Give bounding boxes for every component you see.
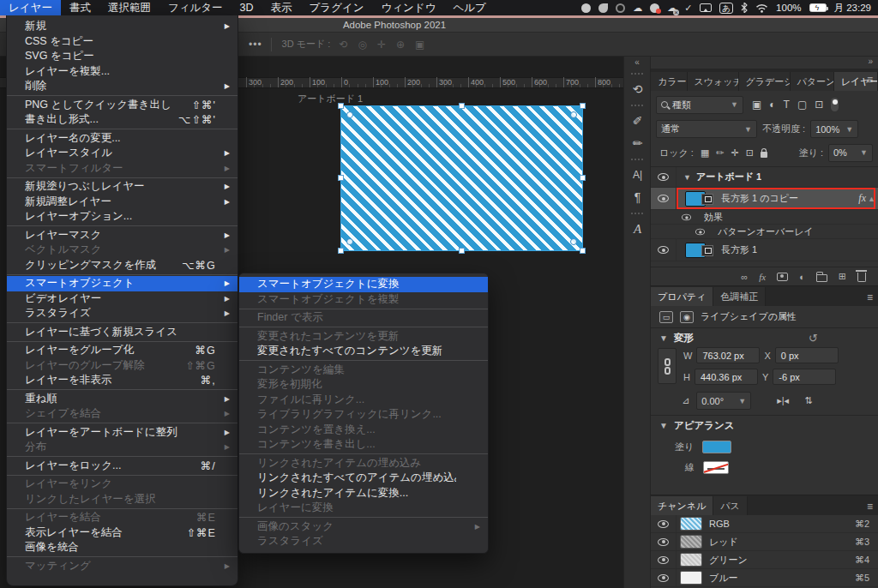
corner-radius-widget[interactable] xyxy=(346,238,353,245)
layer-row[interactable]: ▼ アートボード 1 ▲ xyxy=(651,167,878,188)
menu-item[interactable]: 画像を統合 ▶ xyxy=(7,540,238,555)
channel-row[interactable]: RGB ⌘2 xyxy=(651,515,878,533)
artboard-label[interactable]: アートボード 1 xyxy=(298,93,363,105)
wifi-icon[interactable] xyxy=(755,3,768,13)
menu-item[interactable]: PNG としてクイック書き出し ⇧⌘' ▶ xyxy=(7,98,238,113)
menu-item[interactable]: シェイプを結合 ▶ xyxy=(7,406,238,422)
chevron-down-icon[interactable]: ▼ xyxy=(683,173,691,182)
paragraph-panel-icon[interactable]: ¶ xyxy=(624,186,651,208)
fill-input[interactable]: 0% ▼ xyxy=(828,144,873,162)
layer-style-fx-icon[interactable]: fx xyxy=(759,272,766,282)
channel-row[interactable]: ブルー ⌘5 xyxy=(651,569,878,587)
corner-radius-widget[interactable] xyxy=(346,111,353,118)
collapse-panels-icon[interactable]: » xyxy=(868,57,873,66)
panel-tab[interactable]: 色調補正 xyxy=(713,287,766,306)
height-input[interactable]: 440.36 px xyxy=(695,369,758,385)
panel-tab[interactable]: パス xyxy=(713,496,748,515)
menubar-item[interactable]: 選択範囲 xyxy=(99,0,159,15)
menu-item[interactable]: レイヤーをグループ化 ⌘G ▶ xyxy=(7,343,238,358)
channel-row[interactable]: グリーン ⌘4 xyxy=(651,551,878,569)
filter-adjustment-layers-icon[interactable]: ◐ xyxy=(769,99,775,111)
menubar-item[interactable]: フィルター xyxy=(159,0,232,15)
menu-item[interactable]: ▶ xyxy=(7,556,238,557)
new-layer-icon[interactable]: ⊞ xyxy=(839,271,846,282)
selection-handle[interactable] xyxy=(580,175,586,181)
menu-item[interactable]: クリッピングマスクを作成 ⌥⌘G ▶ xyxy=(7,258,238,273)
menu-item[interactable]: ▶ xyxy=(7,129,238,129)
selection-handle[interactable] xyxy=(459,103,465,109)
menu-item[interactable]: レイヤーを結合 ⌘E ▶ xyxy=(7,510,238,525)
menu-item[interactable]: ▶ xyxy=(239,309,488,309)
opacity-input[interactable]: 100% ▼ xyxy=(810,120,858,138)
dock-grip[interactable] xyxy=(631,159,643,160)
menu-item[interactable]: レイヤーのグループ解除 ⇧⌘G ▶ xyxy=(7,358,238,374)
filter-smart-objects-icon[interactable]: ⊡ xyxy=(815,99,823,111)
evernote-icon[interactable] xyxy=(581,3,591,13)
bluetooth-icon[interactable] xyxy=(741,3,748,13)
layer-thumbnail[interactable] xyxy=(685,243,706,258)
menu-item[interactable]: ファイルに再リンク... ▶ xyxy=(239,393,488,408)
layer-row[interactable]: ▼ 長方形 1 ▲ xyxy=(651,239,878,261)
menu-item[interactable]: ▶ xyxy=(7,456,238,457)
menu-item[interactable]: ビデオレイヤー ▶ xyxy=(7,291,238,307)
dock-grip[interactable] xyxy=(631,105,643,106)
channel-row[interactable]: レッド ⌘3 xyxy=(651,533,878,551)
menu-item[interactable]: ▶ xyxy=(7,341,238,342)
menubar-item[interactable]: 書式 xyxy=(61,0,99,15)
flip-vertical-icon[interactable]: ⇅ xyxy=(804,395,812,406)
visibility-eye-icon[interactable] xyxy=(658,173,669,181)
selection-handle[interactable] xyxy=(338,103,344,109)
menu-item[interactable]: 書き出し形式... ⌥⇧⌘' ▶ xyxy=(7,112,238,128)
visibility-eye-icon[interactable] xyxy=(658,195,669,202)
menubar-item[interactable]: レイヤー xyxy=(0,0,61,15)
lock-position-icon[interactable]: ✛ xyxy=(731,147,739,159)
cloud-error-icon[interactable]: ☁× xyxy=(667,3,677,14)
menu-item[interactable]: CSS をコピー ▶ xyxy=(7,34,238,50)
lock-transparent-pixels-icon[interactable]: ▦ xyxy=(701,147,709,159)
roll-3d-icon[interactable]: ◎ xyxy=(358,39,366,51)
layer-row[interactable]: ▼ パターンオーバーレイ ▲ xyxy=(651,225,878,239)
corner-radius-widget[interactable] xyxy=(570,238,577,245)
menu-item[interactable]: 分布 ▶ xyxy=(7,440,238,455)
glyphs-panel-icon[interactable]: A xyxy=(624,218,651,240)
menu-item[interactable]: レイヤーに変換 ▶ xyxy=(239,501,488,516)
cloud-upload-icon[interactable]: ☁ xyxy=(633,3,642,14)
menu-item[interactable]: レイヤー名の変更... ▶ xyxy=(7,131,238,147)
width-input[interactable]: 763.02 px xyxy=(696,347,760,363)
link-dimensions-icon[interactable] xyxy=(658,348,677,384)
menu-item[interactable]: ライブラリグラフィックに再リンク... ▶ xyxy=(239,407,488,423)
new-adjustment-layer-icon[interactable]: ◐ xyxy=(799,272,805,282)
reset-transform-icon[interactable]: ↺ xyxy=(809,332,818,345)
lock-artboard-icon[interactable]: ⊡ xyxy=(746,147,754,159)
panel-tab[interactable]: カラー xyxy=(651,72,688,91)
menu-item[interactable]: スマートフィルター ▶ xyxy=(7,161,238,177)
menu-item[interactable]: コンテンツを書き出し... ▶ xyxy=(239,437,488,453)
menu-item[interactable]: 変更されたコンテンツを更新 ▶ xyxy=(239,329,488,345)
menu-item[interactable]: リンクされたすべてのアイテムの埋め込み ▶ xyxy=(239,471,488,486)
menu-item[interactable]: コンテンツを編集 ▶ xyxy=(239,363,488,378)
shape-properties-icon[interactable]: ▭ xyxy=(659,311,673,323)
character-panel-icon[interactable]: A| xyxy=(624,164,651,186)
menu-item[interactable]: レイヤーオプション... ▶ xyxy=(7,209,238,225)
y-input[interactable]: -6 px xyxy=(773,369,836,385)
menu-item[interactable]: ▶ xyxy=(7,508,238,509)
menu-item[interactable]: 削除 ▶ xyxy=(7,79,238,94)
angle-input[interactable]: 0.00° ▼ xyxy=(696,392,751,410)
menu-item[interactable]: ▶ xyxy=(7,95,238,96)
flip-horizontal-icon[interactable]: ▸|◂ xyxy=(777,395,789,406)
visibility-eye-icon[interactable] xyxy=(658,574,669,582)
corner-radius-widget[interactable] xyxy=(570,111,577,118)
visibility-eye-icon[interactable] xyxy=(658,556,669,564)
menu-item[interactable]: レイヤーを複製... ▶ xyxy=(7,64,238,80)
menubar-item[interactable]: ヘルプ xyxy=(444,0,494,15)
menu-item[interactable]: ▶ xyxy=(7,177,238,178)
x-input[interactable]: 0 px xyxy=(775,347,839,363)
input-source-icon[interactable]: あ xyxy=(719,3,733,14)
menu-item[interactable]: ▶ xyxy=(7,225,238,226)
history-panel-icon[interactable]: ⟲ xyxy=(624,78,651,100)
menu-item[interactable]: レイヤーをロック... ⌘/ ▶ xyxy=(7,459,238,474)
menu-item[interactable]: ▶ xyxy=(7,322,238,323)
menubar-item[interactable]: 3D xyxy=(232,0,262,15)
lock-all-icon[interactable] xyxy=(761,152,767,158)
menu-item[interactable]: 新規調整レイヤー ▶ xyxy=(7,195,238,210)
